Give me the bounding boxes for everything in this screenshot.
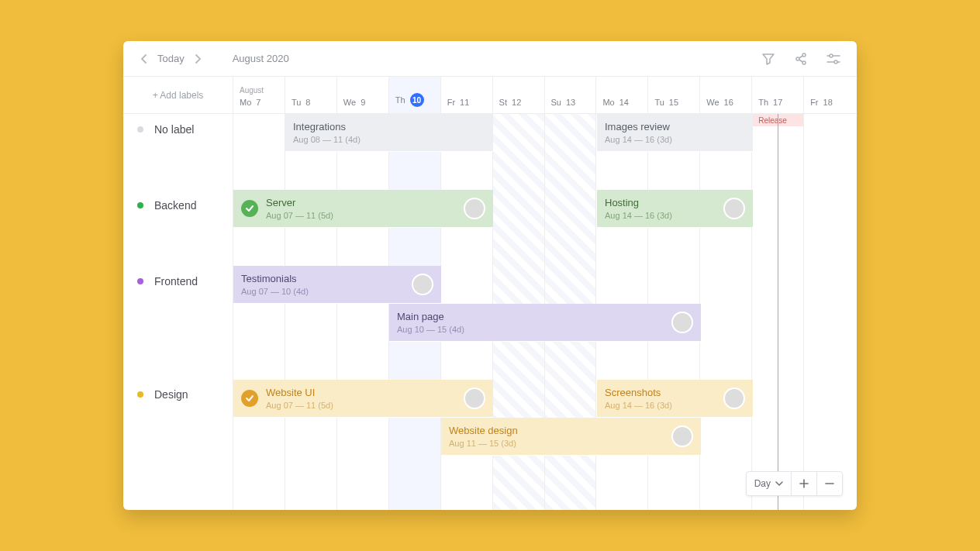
timeline-grid: August Mo7 Tu8 We9 Th10 Fr11 St12 xyxy=(233,77,857,510)
label-row-design[interactable]: Design xyxy=(123,388,233,401)
check-complete-icon xyxy=(241,390,258,407)
plus-icon xyxy=(799,479,809,488)
day-header: Su13 xyxy=(545,77,596,114)
task-dates: Aug 08 — 11 (4d) xyxy=(293,135,485,144)
task-website-design[interactable]: Website design Aug 11 — 15 (3d) xyxy=(441,418,701,456)
chevron-down-icon xyxy=(775,481,783,486)
day-header: Th17 xyxy=(752,77,803,114)
day-header: Tu15 xyxy=(648,77,699,114)
task-title: Testimonials xyxy=(241,273,405,284)
day-header: We9 xyxy=(337,77,388,114)
settings-sliders-icon[interactable] xyxy=(823,48,844,70)
assignee-avatar[interactable] xyxy=(464,198,485,219)
toolbar: Today August 2020 xyxy=(123,41,857,77)
task-screenshots[interactable]: Screenshots Aug 14 — 16 (3d) xyxy=(597,380,753,418)
task-dates: Aug 07 — 11 (5d) xyxy=(266,401,457,410)
task-testimonials[interactable]: Testimonials Aug 07 — 10 (4d) xyxy=(233,266,441,304)
minus-icon xyxy=(825,479,834,488)
today-date-badge: 10 xyxy=(410,93,424,107)
assignee-avatar[interactable] xyxy=(464,387,485,409)
day-header: Mo14 xyxy=(596,77,647,114)
next-chevron-icon[interactable] xyxy=(189,50,206,67)
task-hosting[interactable]: Hosting Aug 14 — 16 (3d) xyxy=(597,190,753,228)
assignee-avatar[interactable] xyxy=(723,198,745,219)
today-button[interactable]: Today xyxy=(157,53,185,64)
svg-point-0 xyxy=(802,53,806,57)
day-header: Th10 xyxy=(389,77,440,114)
task-server[interactable]: Server Aug 07 — 11 (5d) xyxy=(233,190,493,228)
task-title: Website design xyxy=(449,425,665,436)
month-name-label: August xyxy=(240,86,278,95)
task-title: Hosting xyxy=(605,197,717,208)
label-name: Frontend xyxy=(154,275,198,288)
task-title: Server xyxy=(266,197,457,208)
assignee-avatar[interactable] xyxy=(671,312,693,333)
label-dot-icon xyxy=(137,126,143,133)
label-row-backend[interactable]: Backend xyxy=(123,199,233,212)
month-label: August 2020 xyxy=(233,53,289,64)
task-dates: Aug 14 — 16 (3d) xyxy=(605,211,717,220)
label-name: Backend xyxy=(154,199,196,212)
task-integrations[interactable]: Integrations Aug 08 — 11 (4d) xyxy=(285,114,493,152)
task-dates: Aug 07 — 11 (5d) xyxy=(266,211,457,220)
svg-point-2 xyxy=(802,61,806,64)
assignee-avatar[interactable] xyxy=(723,387,745,409)
task-dates: Aug 14 — 16 (3d) xyxy=(605,401,717,410)
day-header: August Mo7 xyxy=(233,77,285,114)
label-row-frontend[interactable]: Frontend xyxy=(123,275,233,288)
day-header: Fr18 xyxy=(804,77,857,114)
share-icon[interactable] xyxy=(790,48,812,70)
task-website-ui[interactable]: Website UI Aug 07 — 11 (5d) xyxy=(233,380,493,418)
task-title: Website UI xyxy=(266,387,457,398)
day-header: St12 xyxy=(493,77,544,114)
day-header: Tu8 xyxy=(285,77,336,114)
calendar-panel: Today August 2020 + Add labels No label xyxy=(123,41,857,510)
filter-icon[interactable] xyxy=(757,48,779,70)
zoom-mode-label: Day xyxy=(754,478,771,489)
label-name: No label xyxy=(154,123,194,136)
task-title: Integrations xyxy=(293,121,485,133)
zoom-mode-dropdown[interactable]: Day xyxy=(747,472,791,495)
zoom-out-button[interactable] xyxy=(816,472,842,495)
task-title: Main page xyxy=(397,311,665,322)
label-dot-icon xyxy=(137,202,143,208)
zoom-control: Day xyxy=(746,471,843,496)
prev-chevron-icon[interactable] xyxy=(136,50,153,67)
task-title: Screenshots xyxy=(605,387,717,398)
task-dates: Aug 14 — 16 (3d) xyxy=(605,135,745,144)
task-images-review[interactable]: Images review Aug 14 — 16 (3d) xyxy=(597,114,753,152)
svg-point-3 xyxy=(830,54,833,57)
task-dates: Aug 10 — 15 (4d) xyxy=(397,325,665,334)
day-header: We16 xyxy=(700,77,751,114)
task-dates: Aug 11 — 15 (3d) xyxy=(449,439,665,448)
svg-point-1 xyxy=(796,57,799,60)
assignee-avatar[interactable] xyxy=(412,274,433,295)
task-dates: Aug 07 — 10 (4d) xyxy=(241,287,405,296)
label-name: Design xyxy=(154,388,188,401)
day-header: Fr11 xyxy=(441,77,492,114)
labels-sidebar: + Add labels No label Backend Frontend D… xyxy=(123,77,233,510)
label-row-no-label[interactable]: No label xyxy=(123,123,233,136)
label-dot-icon xyxy=(137,278,143,284)
check-complete-icon xyxy=(241,200,258,217)
svg-point-4 xyxy=(834,60,837,64)
assignee-avatar[interactable] xyxy=(671,425,693,447)
label-dot-icon xyxy=(137,391,143,398)
task-title: Images review xyxy=(605,121,745,133)
add-labels-button[interactable]: + Add labels xyxy=(123,77,233,114)
zoom-in-button[interactable] xyxy=(791,472,816,495)
task-main-page[interactable]: Main page Aug 10 — 15 (4d) xyxy=(389,304,701,342)
